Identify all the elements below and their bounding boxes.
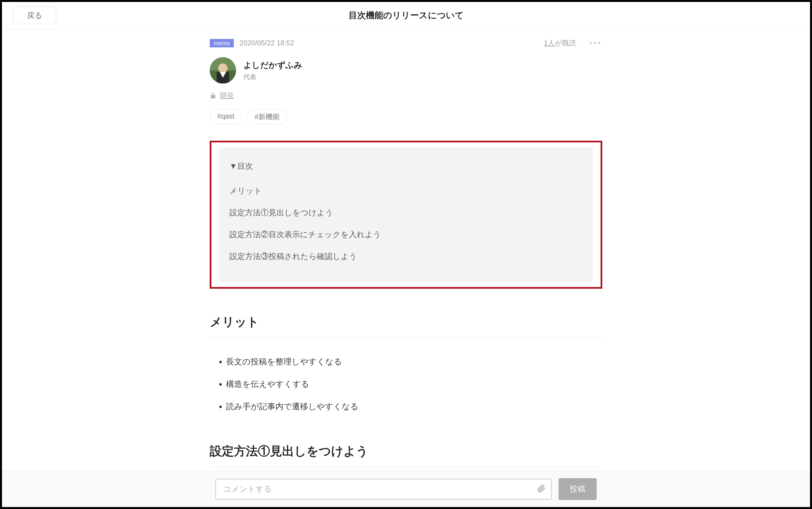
bullet-list: 長文の投稿を整理しやすくなる 構造を伝えやすくする 読み手が記事内で遷移しやすく… [210, 351, 602, 418]
toc-item[interactable]: メリット [229, 180, 583, 202]
page-title: 目次機能のリリースについて [348, 9, 464, 21]
toc-panel: ▼目次 メリット 設定方法①見出しをつけよう 設定方法②目次表示にチェックを入れ… [219, 147, 593, 282]
toc-title[interactable]: ▼目次 [229, 161, 583, 172]
timestamp: 2020/05/22 18:52 [239, 39, 294, 47]
attachment-icon[interactable] [537, 484, 546, 494]
back-button[interactable]: 戻る [13, 7, 56, 24]
read-status[interactable]: 1人が既読 [544, 38, 576, 48]
author-row: よしだかずふみ 代表 [210, 57, 602, 83]
type-chip: memo [210, 39, 234, 47]
meta-row: memo 2020/05/22 18:52 1人が既読 [210, 38, 602, 48]
comment-input[interactable] [215, 479, 552, 500]
comment-bar: 投稿 [2, 471, 810, 507]
tag-pill[interactable]: #新機能 [247, 109, 287, 125]
submit-button[interactable]: 投稿 [559, 478, 597, 500]
toc-item[interactable]: 設定方法②目次表示にチェックを入れよう [229, 224, 583, 245]
toc-item[interactable]: 設定方法①見出しをつけよう [229, 202, 583, 224]
author-name: よしだかずふみ [243, 60, 302, 71]
list-item: 長文の投稿を整理しやすくなる [226, 351, 602, 373]
svg-point-2 [218, 64, 228, 73]
list-item: 読み手が記事内で遷移しやすくなる [226, 396, 602, 418]
category-row: 開発 [210, 91, 602, 100]
section-heading: メリット [210, 314, 602, 338]
toc-item[interactable]: 設定方法③投稿されたら確認しよう [229, 245, 583, 267]
toc-highlight-box: ▼目次 メリット 設定方法①見出しをつけよう 設定方法②目次表示にチェックを入れ… [210, 141, 602, 289]
section-heading: 設定方法①見出しをつけよう [210, 443, 602, 467]
avatar[interactable] [210, 57, 236, 83]
lock-icon [210, 92, 216, 99]
tag-pill[interactable]: #qast [210, 109, 242, 125]
author-role: 代表 [243, 73, 302, 81]
category-link[interactable]: 開発 [220, 91, 234, 100]
list-item: 構造を伝えやすくする [226, 373, 602, 396]
more-menu-icon[interactable] [587, 40, 602, 46]
tags-row: #qast #新機能 [210, 109, 602, 125]
content-scroll[interactable]: memo 2020/05/22 18:52 1人が既読 [2, 29, 810, 471]
top-bar: 戻る 目次機能のリリースについて [2, 2, 810, 29]
